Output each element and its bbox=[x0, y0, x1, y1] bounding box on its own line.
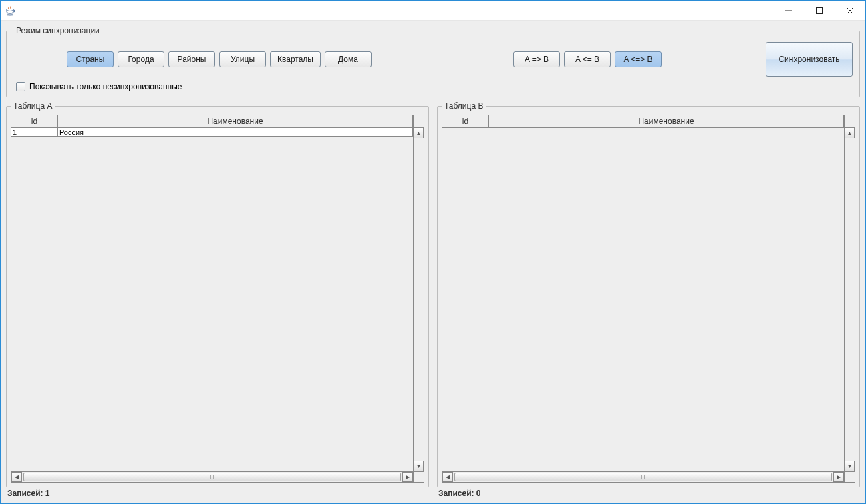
table-b: id Наименование ▲ ▼ bbox=[442, 115, 855, 483]
scroll-down-icon[interactable]: ▼ bbox=[845, 461, 855, 471]
level-toggle-group: Страны Города Районы Улицы Кварталы Дома bbox=[67, 51, 372, 67]
table-a-header-corner bbox=[413, 115, 424, 127]
table-row[interactable]: 1 Россия bbox=[11, 128, 413, 137]
sync-mode-legend: Режим синхронизации bbox=[13, 26, 102, 35]
table-a-body: 1 Россия ▲ ▼ bbox=[11, 128, 424, 471]
scroll-left-icon[interactable]: ◀ bbox=[11, 472, 22, 482]
cell-name: Россия bbox=[58, 128, 413, 136]
table-b-vscroll[interactable]: ▲ ▼ bbox=[844, 128, 855, 471]
table-a: id Наименование 1 Россия bbox=[11, 115, 424, 483]
scroll-track[interactable] bbox=[22, 472, 402, 482]
show-unsynced-checkbox[interactable] bbox=[16, 82, 25, 91]
scroll-down-icon[interactable]: ▼ bbox=[414, 461, 424, 471]
show-unsynced-label: Показывать только несинхронизованные bbox=[29, 82, 182, 91]
table-a-col-id[interactable]: id bbox=[11, 115, 58, 127]
table-b-hscroll[interactable]: ◀ ▶ bbox=[442, 471, 855, 482]
table-a-records: Записей: 1 bbox=[6, 487, 429, 498]
titlebar bbox=[1, 1, 865, 21]
table-a-header: id Наименование bbox=[11, 115, 424, 128]
table-a-hscroll[interactable]: ◀ ▶ bbox=[11, 471, 424, 482]
table-b-rows[interactable] bbox=[442, 128, 844, 471]
scroll-up-icon[interactable]: ▲ bbox=[845, 128, 855, 138]
scroll-corner bbox=[413, 472, 424, 482]
scroll-track[interactable] bbox=[453, 472, 833, 482]
table-b-panel: Таблица B id Наименование ▲ bbox=[437, 101, 860, 498]
svg-point-0 bbox=[7, 14, 13, 15]
scroll-left-icon[interactable]: ◀ bbox=[442, 472, 453, 482]
table-b-records: Записей: 0 bbox=[437, 487, 860, 498]
scroll-thumb[interactable] bbox=[454, 473, 832, 481]
level-countries-button[interactable]: Страны bbox=[67, 51, 114, 67]
table-b-legend: Таблица B bbox=[442, 101, 486, 111]
direction-toggle-group: A => B A <= B A <=> B bbox=[513, 51, 662, 67]
level-cities-button[interactable]: Города bbox=[118, 51, 164, 67]
sync-mode-group: Режим синхронизации Страны Города Районы… bbox=[6, 26, 860, 97]
sync-mode-row: Страны Города Районы Улицы Кварталы Дома… bbox=[13, 42, 853, 77]
table-b-col-id[interactable]: id bbox=[442, 115, 489, 127]
show-unsynced-row: Показывать только несинхронизованные bbox=[16, 82, 853, 91]
table-a-panel: Таблица A id Наименование 1 Россия bbox=[6, 101, 429, 498]
scroll-track[interactable] bbox=[845, 138, 855, 461]
table-a-rows[interactable]: 1 Россия bbox=[11, 128, 413, 471]
app-window: Режим синхронизации Страны Города Районы… bbox=[0, 0, 866, 504]
table-b-header: id Наименование bbox=[442, 115, 855, 128]
table-b-group: Таблица B id Наименование ▲ bbox=[437, 101, 860, 487]
scroll-thumb[interactable] bbox=[23, 473, 401, 481]
sync-button[interactable]: Синхронизовать bbox=[766, 42, 853, 77]
maximize-button[interactable] bbox=[804, 1, 835, 21]
svg-rect-2 bbox=[817, 7, 823, 13]
direction-a-to-b-button[interactable]: A => B bbox=[513, 51, 560, 67]
minimize-button[interactable] bbox=[773, 1, 804, 21]
close-button[interactable] bbox=[835, 1, 865, 21]
table-b-body: ▲ ▼ bbox=[442, 128, 855, 471]
scroll-right-icon[interactable]: ▶ bbox=[833, 472, 844, 482]
table-a-col-name[interactable]: Наименование bbox=[58, 115, 413, 127]
client-area: Режим синхронизации Страны Города Районы… bbox=[1, 21, 865, 503]
java-icon bbox=[5, 5, 15, 16]
table-a-vscroll[interactable]: ▲ ▼ bbox=[413, 128, 424, 471]
level-districts-button[interactable]: Районы bbox=[168, 51, 215, 67]
scroll-up-icon[interactable]: ▲ bbox=[414, 128, 424, 138]
table-a-group: Таблица A id Наименование 1 Россия bbox=[6, 101, 429, 487]
cell-id: 1 bbox=[11, 128, 58, 136]
table-b-header-corner bbox=[844, 115, 855, 127]
scroll-track[interactable] bbox=[414, 138, 424, 461]
level-streets-button[interactable]: Улицы bbox=[219, 51, 266, 67]
level-quarters-button[interactable]: Кварталы bbox=[270, 51, 321, 67]
table-b-col-name[interactable]: Наименование bbox=[489, 115, 844, 127]
direction-both-button[interactable]: A <=> B bbox=[615, 51, 662, 67]
direction-b-to-a-button[interactable]: A <= B bbox=[564, 51, 611, 67]
table-a-legend: Таблица A bbox=[11, 101, 55, 111]
tables-row: Таблица A id Наименование 1 Россия bbox=[6, 101, 860, 498]
scroll-corner bbox=[844, 472, 855, 482]
level-houses-button[interactable]: Дома bbox=[325, 51, 372, 67]
scroll-right-icon[interactable]: ▶ bbox=[402, 472, 413, 482]
